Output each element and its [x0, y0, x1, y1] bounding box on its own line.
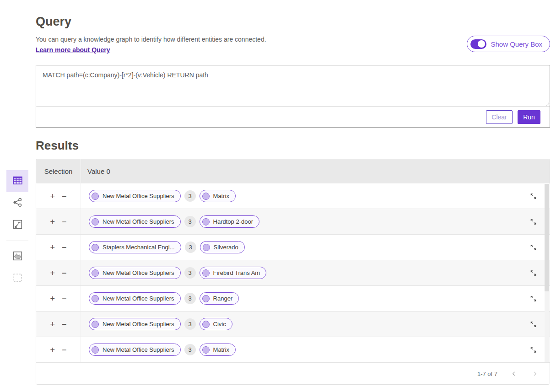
source-entity-pill[interactable]: New Metal Office Suppliers: [89, 344, 181, 356]
tab-map-view[interactable]: [6, 246, 28, 268]
node-icon: [92, 346, 99, 354]
expand-row-icon[interactable]: [529, 192, 538, 200]
edge-count-badge: 3: [185, 242, 196, 253]
expand-row-icon[interactable]: [529, 320, 538, 328]
run-button[interactable]: Run: [518, 110, 540, 124]
column-header-selection: Selection: [36, 159, 81, 183]
edge-count-badge: 3: [184, 293, 196, 304]
add-to-selection-button[interactable]: +: [50, 192, 55, 200]
remove-from-selection-button[interactable]: −: [62, 320, 67, 328]
chevron-left-icon: [510, 370, 518, 377]
node-icon: [202, 346, 210, 354]
edge-count-badge: 3: [184, 190, 196, 202]
toggle-switch-icon[interactable]: [470, 39, 486, 49]
add-to-selection-button[interactable]: +: [50, 218, 55, 226]
query-input[interactable]: MATCH path=(c:Company)-[r*2]-(v:Vehicle)…: [36, 65, 550, 106]
remove-from-selection-button[interactable]: −: [62, 218, 67, 226]
clear-button[interactable]: Clear: [486, 110, 513, 124]
selection-cell: + −: [36, 209, 81, 234]
remove-from-selection-button[interactable]: −: [62, 192, 67, 200]
expand-row-icon[interactable]: [529, 294, 538, 303]
edge-count-badge: 3: [184, 318, 196, 330]
target-entity-pill[interactable]: Matrix: [200, 344, 236, 356]
results-title: Results: [36, 139, 79, 153]
previous-page-button[interactable]: [509, 369, 518, 378]
node-icon: [92, 244, 99, 251]
pagination-range-label: 1-7 of 7: [477, 371, 497, 377]
source-entity-label: New Metal Office Suppliers: [103, 269, 174, 276]
node-icon: [202, 193, 210, 200]
expand-row-icon[interactable]: [529, 243, 538, 252]
rail-divider: [6, 241, 28, 241]
remove-from-selection-button[interactable]: −: [62, 243, 67, 252]
node-icon: [202, 295, 210, 302]
tab-graph-view[interactable]: [6, 192, 28, 214]
target-entity-pill[interactable]: Civic: [200, 318, 232, 330]
source-entity-pill[interactable]: New Metal Office Suppliers: [89, 267, 181, 279]
target-entity-label: Ranger: [213, 295, 233, 302]
table-footer: 1-7 of 7: [36, 363, 550, 385]
view-switcher-rail: [6, 170, 28, 290]
edge-count-badge: 3: [184, 344, 196, 355]
learn-more-link[interactable]: Learn more about Query: [36, 46, 110, 54]
selection-cell: + −: [36, 311, 81, 337]
selection-cell: + −: [36, 183, 81, 209]
add-to-selection-button[interactable]: +: [50, 295, 55, 303]
selection-cell: + −: [36, 260, 81, 285]
toggle-label: Show Query Box: [491, 40, 542, 48]
node-icon: [92, 295, 99, 302]
table-view-icon: [12, 175, 23, 188]
target-entity-pill[interactable]: Ranger: [200, 292, 239, 305]
value-cell: New Metal Office Suppliers 3 Hardtop 2-d…: [81, 215, 259, 228]
table-row: + − New Metal Office Suppliers 3 Matrix: [36, 183, 550, 209]
edge-count-badge: 3: [184, 267, 196, 279]
graph-view-icon: [12, 197, 23, 209]
page-title: Query: [36, 15, 71, 29]
target-entity-pill[interactable]: Silverado: [200, 241, 245, 253]
add-to-selection-button[interactable]: +: [50, 320, 55, 328]
scrollbar-thumb[interactable]: [545, 184, 549, 291]
node-icon: [92, 321, 99, 328]
remove-from-selection-button[interactable]: −: [62, 295, 67, 303]
add-to-selection-button[interactable]: +: [50, 269, 55, 277]
source-entity-pill[interactable]: New Metal Office Suppliers: [89, 318, 181, 330]
target-entity-pill[interactable]: Matrix: [200, 190, 236, 202]
target-entity-pill[interactable]: Firebird Trans Am: [200, 267, 267, 279]
next-page-button[interactable]: [530, 369, 540, 378]
tab-placeholder-view[interactable]: [6, 268, 28, 290]
expand-row-icon[interactable]: [529, 217, 538, 226]
source-entity-pill[interactable]: New Metal Office Suppliers: [89, 190, 181, 202]
node-icon: [92, 218, 99, 226]
target-entity-pill[interactable]: Hardtop 2-door: [200, 215, 259, 228]
expand-row-icon[interactable]: [529, 345, 538, 354]
target-entity-label: Matrix: [213, 193, 229, 199]
source-entity-pill[interactable]: Staplers Mechanical Engi...: [89, 241, 181, 253]
value-cell: New Metal Office Suppliers 3 Civic: [81, 318, 232, 330]
tab-path-view[interactable]: [6, 214, 28, 236]
selection-cell: + −: [36, 337, 81, 362]
source-entity-label: New Metal Office Suppliers: [103, 218, 174, 225]
source-entity-label: New Metal Office Suppliers: [103, 193, 174, 199]
vertical-scrollbar[interactable]: [545, 184, 549, 362]
source-entity-pill[interactable]: New Metal Office Suppliers: [89, 215, 181, 228]
source-entity-label: Staplers Mechanical Engi...: [103, 244, 175, 251]
toggle-knob: [478, 40, 485, 48]
add-to-selection-button[interactable]: +: [50, 346, 55, 354]
query-page: Query You can query a knowledge graph to…: [0, 0, 556, 392]
table-header: Selection Value 0: [36, 159, 550, 183]
remove-from-selection-button[interactable]: −: [62, 269, 67, 277]
source-entity-pill[interactable]: New Metal Office Suppliers: [89, 292, 181, 305]
column-header-value0: Value 0: [81, 167, 110, 175]
value-cell: New Metal Office Suppliers 3 Matrix: [81, 344, 236, 356]
expand-row-icon[interactable]: [529, 268, 538, 277]
remove-from-selection-button[interactable]: −: [62, 346, 67, 354]
tab-table-view[interactable]: [6, 170, 28, 192]
target-entity-label: Hardtop 2-door: [213, 218, 253, 225]
table-row: + − New Metal Office Suppliers 3 Ranger: [36, 286, 550, 311]
show-query-box-toggle[interactable]: Show Query Box: [467, 36, 550, 52]
selection-cell: + −: [36, 286, 81, 311]
add-to-selection-button[interactable]: +: [50, 243, 55, 252]
node-icon: [92, 193, 99, 200]
value-cell: Staplers Mechanical Engi... 3 Silverado: [81, 241, 245, 253]
query-actions-bar: Clear Run: [36, 106, 550, 127]
